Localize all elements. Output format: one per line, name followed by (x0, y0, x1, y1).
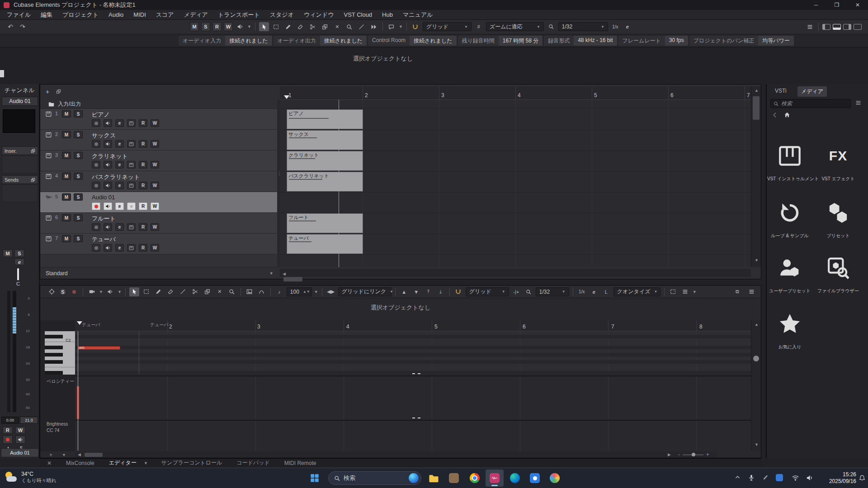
media-search-box[interactable] (770, 99, 851, 108)
write-automation-button[interactable]: W (151, 202, 159, 210)
snap-toggle-icon[interactable] (453, 287, 463, 296)
wifi-icon[interactable] (792, 474, 799, 481)
chevron-down-icon[interactable]: ▼ (399, 24, 403, 29)
mute-button[interactable]: M (62, 214, 71, 221)
track-row[interactable]: 4 M S バスクラリネット e R W (40, 171, 277, 192)
undo-icon[interactable]: ↶ (5, 22, 15, 31)
read-automation-button[interactable]: R (3, 427, 13, 434)
tab-mixconsole[interactable]: MixConsole (59, 460, 102, 466)
arrange-ruler[interactable]: 1 2 3 4 5 6 7 (280, 86, 751, 100)
track-name[interactable]: クラリネット (92, 152, 128, 160)
quantize-select[interactable]: 1/32▼ (558, 22, 608, 31)
part-marker[interactable]: テューバ (82, 322, 100, 328)
midi-note[interactable]: A#1 (78, 346, 120, 350)
line-tool[interactable] (357, 22, 367, 31)
menu-project[interactable]: プロジェクト (57, 10, 104, 20)
object-selection-tool[interactable] (129, 287, 139, 296)
record-enable-button[interactable] (3, 436, 13, 444)
length-quantize-select[interactable]: クオンタイズ▼ (613, 287, 660, 296)
tab-media[interactable]: メディア (797, 86, 827, 97)
grid-type-select[interactable]: ズームに適応▼ (486, 22, 544, 31)
horizontal-scrollbar[interactable]: ◀ ▶ - + (280, 269, 751, 277)
track-name[interactable]: バスクラリネット (92, 173, 140, 181)
global-read-button[interactable]: R (212, 22, 222, 31)
edit-channel-button[interactable]: e (115, 202, 124, 210)
close-icon[interactable]: ✕ (847, 0, 868, 10)
solo-button[interactable]: S (74, 235, 83, 242)
grid-relative-icon[interactable]: -|+ (511, 287, 521, 296)
chevron-down-icon[interactable]: ▼ (144, 461, 148, 465)
track-height-preset[interactable]: Standard ▼ ⚙ (40, 267, 277, 279)
range-selection-tool[interactable] (142, 287, 151, 296)
glue-tool[interactable] (320, 22, 330, 31)
menu-hub[interactable]: Hub (377, 10, 398, 20)
lower-zone-toggle[interactable] (833, 24, 841, 30)
scroll-left-icon[interactable]: ◀ (78, 452, 81, 457)
snap-toggle-icon[interactable] (410, 22, 420, 31)
erase-tool[interactable] (296, 22, 306, 31)
midi-clip[interactable]: テューバ (287, 234, 363, 254)
volume-fader-track[interactable] (7, 291, 10, 412)
chevron-down-icon[interactable]: ▼ (314, 290, 318, 294)
record-enable-button[interactable] (92, 182, 100, 189)
velocity-lane[interactable] (75, 375, 751, 419)
back-icon[interactable] (772, 112, 778, 118)
iterative-quantize-icon[interactable]: 1/x (577, 287, 587, 296)
tab-editor[interactable]: エディター (102, 459, 144, 467)
pen-tray-icon[interactable] (762, 474, 769, 481)
tab-sampler-control[interactable]: サンプラーコントロール (154, 459, 230, 467)
draw-tool[interactable] (283, 22, 293, 31)
chevron-down-icon[interactable]: ▼ (269, 271, 274, 276)
track-name[interactable]: ピアノ (92, 111, 110, 119)
insert-velocity-icon[interactable]: ♪ (274, 287, 284, 296)
monitor-button[interactable] (104, 223, 112, 231)
add-lane-button[interactable]: + (49, 452, 52, 458)
record-in-editor-icon[interactable] (69, 287, 79, 296)
chevron-down-icon[interactable]: ▼ (118, 290, 122, 294)
auto-scroll-icon[interactable] (47, 287, 57, 296)
part-borders-icon[interactable] (668, 287, 678, 296)
send-slot[interactable] (2, 184, 38, 202)
draw-tool[interactable] (154, 287, 164, 296)
menu-score[interactable]: スコア (151, 10, 179, 20)
close-lower-zone-icon[interactable]: ✕ (40, 460, 59, 466)
instrument-button[interactable] (127, 244, 136, 252)
object-selection-tool[interactable] (259, 22, 269, 31)
track-name[interactable]: テューバ (92, 235, 116, 244)
tab-midi-remote[interactable]: MIDI Remote (277, 460, 324, 466)
menu-audio[interactable]: Audio (104, 10, 128, 20)
chevron-down-icon[interactable]: ▼ (247, 24, 251, 29)
midi-clip[interactable]: クラリネット (287, 151, 363, 171)
midi-clip[interactable]: ピアノ (287, 109, 363, 129)
instrument-button[interactable] (127, 182, 136, 189)
redo-icon[interactable]: ↷ (18, 22, 28, 31)
maximize-icon[interactable]: ❐ (826, 0, 847, 10)
solo-editor-button[interactable]: S (59, 288, 67, 296)
mute-button[interactable]: M (62, 193, 71, 201)
insert-velocity-value[interactable]: 100▲▼ (287, 287, 312, 296)
audition-icon[interactable] (105, 287, 115, 296)
edit-channel-button[interactable]: e (14, 258, 24, 265)
scroll-up-icon[interactable]: ▲ (755, 88, 759, 93)
iterative-quantize-icon[interactable]: 1/x (610, 22, 620, 31)
mute-button[interactable]: M (62, 152, 71, 159)
instrument-button[interactable] (127, 140, 136, 148)
record-enable-button[interactable] (92, 140, 100, 148)
scroll-right-icon[interactable]: ▶ (668, 452, 671, 457)
media-tile-vst-instruments[interactable]: VST インストゥルメント (767, 143, 812, 182)
play-tool[interactable] (369, 22, 379, 31)
sends-section-button[interactable]: Sends (2, 175, 38, 184)
mute-tool[interactable]: ✕ (332, 22, 342, 31)
instrument-button[interactable] (127, 223, 136, 231)
global-write-button[interactable]: W (224, 22, 233, 31)
right-zone-toggle[interactable] (843, 24, 851, 30)
split-tool[interactable] (190, 287, 200, 296)
volume-icon[interactable] (806, 474, 813, 481)
lane-select-icon[interactable]: ▼ (62, 453, 66, 457)
monitor-button[interactable] (15, 436, 25, 444)
menu-window[interactable]: ウィンドウ (299, 10, 339, 20)
media-tile-file-browser[interactable]: ファイルブラウザー (816, 255, 861, 294)
solo-button[interactable]: S (74, 152, 83, 159)
editor-ruler[interactable]: テューバ テューバ 2 3 4 5 6 7 8 (75, 320, 751, 331)
taskbar-clock[interactable]: 15:26 2025/09/16 (829, 471, 856, 485)
